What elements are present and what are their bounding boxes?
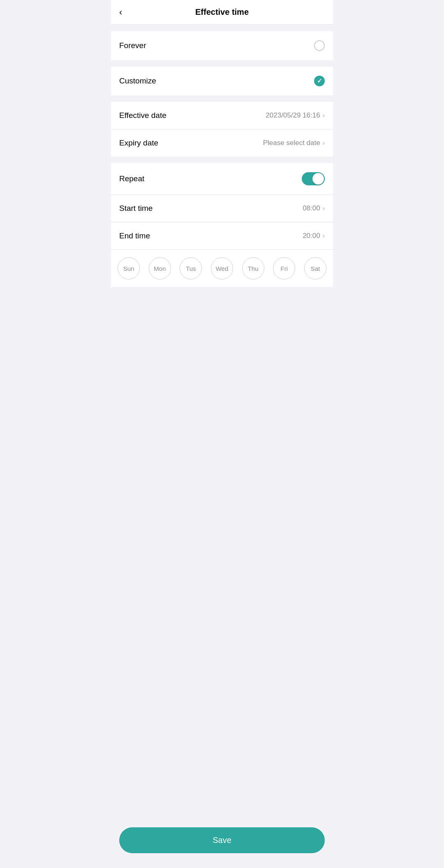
end-time-value: 20:00 › (303, 232, 325, 240)
day-sun[interactable]: Sun (118, 257, 140, 279)
day-sat[interactable]: Sat (304, 257, 326, 279)
effective-date-row[interactable]: Effective date 2023/05/29 16:16 › (111, 102, 333, 129)
day-fri[interactable]: Fri (273, 257, 295, 279)
start-time-label: Start time (119, 204, 153, 213)
save-button-container: Save (111, 819, 333, 868)
forever-label: Forever (119, 41, 146, 50)
section-gap-2 (111, 60, 333, 67)
day-selector: SunMonTusWedThuFriSat (111, 250, 333, 287)
expiry-date-text: Please select date (263, 139, 320, 147)
effective-date-value: 2023/05/29 16:16 › (266, 111, 325, 120)
section-gap-1 (111, 25, 333, 31)
header: ‹ Effective time (111, 0, 333, 25)
start-time-row[interactable]: Start time 08:00 › (111, 195, 333, 222)
start-time-text: 08:00 (303, 204, 320, 212)
repeat-row[interactable]: Repeat (111, 163, 333, 195)
end-time-chevron: › (323, 232, 325, 240)
customize-option[interactable]: Customize (111, 67, 333, 95)
forever-radio[interactable] (314, 40, 325, 51)
customize-label: Customize (119, 76, 156, 85)
expiry-date-row[interactable]: Expiry date Please select date › (111, 129, 333, 157)
day-thu[interactable]: Thu (242, 257, 264, 279)
day-mon[interactable]: Mon (149, 257, 171, 279)
effective-date-chevron: › (323, 112, 325, 119)
content-spacer (111, 287, 333, 819)
effective-date-text: 2023/05/29 16:16 (266, 111, 320, 120)
page-title: Effective time (195, 7, 249, 17)
customize-section: Customize (111, 67, 333, 95)
expiry-date-label: Expiry date (119, 139, 158, 148)
forever-option[interactable]: Forever (111, 31, 333, 60)
day-tus[interactable]: Tus (180, 257, 202, 279)
repeat-section: Repeat Start time 08:00 › End time 20:00… (111, 163, 333, 287)
section-gap-4 (111, 157, 333, 163)
customize-radio[interactable] (314, 76, 325, 86)
start-time-value: 08:00 › (303, 204, 325, 212)
section-gap-3 (111, 95, 333, 102)
expiry-date-chevron: › (323, 139, 325, 147)
end-time-row[interactable]: End time 20:00 › (111, 222, 333, 250)
repeat-toggle[interactable] (302, 172, 325, 185)
effective-date-label: Effective date (119, 111, 166, 120)
repeat-label: Repeat (119, 174, 144, 183)
forever-section: Forever (111, 31, 333, 60)
save-button[interactable]: Save (119, 827, 325, 853)
end-time-text: 20:00 (303, 232, 320, 240)
end-time-label: End time (119, 231, 150, 240)
start-time-chevron: › (323, 205, 325, 212)
date-section: Effective date 2023/05/29 16:16 › Expiry… (111, 102, 333, 157)
day-wed[interactable]: Wed (211, 257, 233, 279)
expiry-date-value: Please select date › (263, 139, 325, 147)
back-button[interactable]: ‹ (119, 7, 122, 18)
